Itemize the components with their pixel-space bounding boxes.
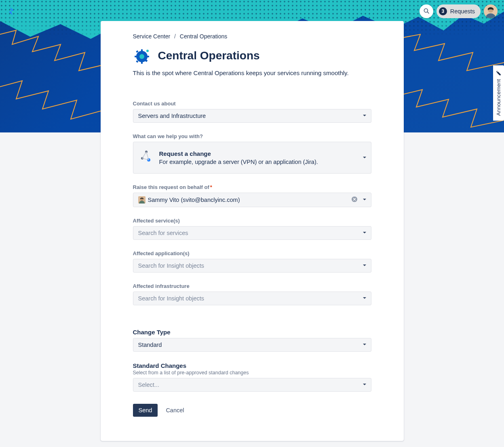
form-footer: Send Cancel [133,404,371,417]
send-button[interactable]: Send [133,404,158,417]
user-avatar[interactable] [484,4,498,18]
contact-about-value: Servers and Infrastructure [138,113,206,119]
field-contact-about: Contact us about Servers and Infrastruct… [133,101,371,123]
requests-button[interactable]: 3 Requests [437,4,481,18]
standard-changes-placeholder: Select... [138,382,159,388]
svg-point-14 [139,54,144,59]
page-title: Central Operations [158,49,260,62]
on-behalf-select[interactable]: Sammy Vito (svito@banclyinc.com) [133,193,371,207]
affected-applications-select[interactable]: Search for Insight objects [133,259,371,273]
help-with-select[interactable]: Request a change For example, upgrade a … [133,142,371,174]
chevron-down-icon [362,197,367,203]
announcement-label: Announcement [496,79,502,116]
request-change-icon [140,149,153,162]
requests-label: Requests [450,8,475,15]
field-affected-infrastructure: Affected infrastructure Search for Insig… [133,283,371,305]
standard-changes-hint: Select from a list of pre-approved stand… [133,370,371,376]
page-description: This is the spot where Central Operation… [133,69,371,76]
change-type-value: Standard [138,342,162,348]
portal-gear-icon [133,46,152,65]
change-type-select[interactable]: Standard [133,338,371,352]
chevron-down-icon [362,230,367,236]
contact-about-select[interactable]: Servers and Infrastructure [133,109,371,123]
affected-infrastructure-label: Affected infrastructure [133,283,371,289]
breadcrumb-current: Central Operations [180,33,228,40]
chevron-down-icon [362,155,367,161]
pencil-icon [496,70,502,76]
on-behalf-label: Raise this request on behalf of* [133,184,371,190]
svg-rect-8 [141,61,143,64]
page-title-row: Central Operations [133,46,371,65]
field-on-behalf: Raise this request on behalf of* Sammy V… [133,184,371,207]
help-with-title: Request a change [159,149,318,158]
field-help-with: What can we help you with? Request a cha… [133,133,371,174]
main-panel: Service Center / Central Operations [101,21,404,441]
person-avatar-icon [138,196,146,204]
affected-infrastructure-select[interactable]: Search for Insight objects [133,292,371,305]
field-affected-services: Affected service(s) Search for services [133,218,371,240]
svg-line-18 [142,152,146,158]
chevron-down-icon [362,342,367,348]
affected-services-select[interactable]: Search for services [133,226,371,240]
top-bar: 3 Requests [0,3,504,19]
affected-infrastructure-placeholder: Search for Insight objects [138,295,205,302]
standard-changes-select[interactable]: Select... [133,378,371,392]
chevron-down-icon [362,382,367,388]
svg-line-19 [146,152,149,160]
svg-rect-7 [141,49,143,52]
cancel-button[interactable]: Cancel [166,407,184,413]
change-type-label: Change Type [133,329,371,336]
on-behalf-value: Sammy Vito (svito@banclyinc.com) [148,197,240,203]
standard-changes-label: Standard Changes [133,362,371,369]
field-standard-changes: Standard Changes Select from a list of p… [133,362,371,392]
svg-point-5 [146,50,149,52]
announcement-tab[interactable]: Announcement [493,65,504,121]
app-logo-icon[interactable] [6,6,16,16]
requests-count-badge: 3 [439,7,447,15]
required-asterisk: * [210,184,212,190]
affected-applications-label: Affected application(s) [133,250,371,256]
affected-applications-placeholder: Search for Insight objects [138,262,205,269]
affected-services-placeholder: Search for services [138,230,188,236]
affected-services-label: Affected service(s) [133,218,371,224]
breadcrumb-separator: / [174,33,176,40]
help-with-desc: For example, upgrade a server (VPN) or a… [159,158,318,166]
svg-line-1 [427,12,429,13]
breadcrumb-root[interactable]: Service Center [133,33,171,40]
help-with-label: What can we help you with? [133,133,371,139]
svg-rect-10 [147,56,149,57]
chevron-down-icon [362,113,367,119]
field-affected-applications: Affected application(s) Search for Insig… [133,250,371,273]
search-icon [423,7,430,16]
field-change-type: Change Type Standard [133,329,371,352]
svg-rect-9 [135,56,137,57]
breadcrumb: Service Center / Central Operations [133,33,371,40]
clear-icon[interactable] [352,197,357,204]
contact-about-label: Contact us about [133,101,371,107]
search-button[interactable] [420,4,433,18]
chevron-down-icon [362,295,367,302]
chevron-down-icon [362,262,367,269]
